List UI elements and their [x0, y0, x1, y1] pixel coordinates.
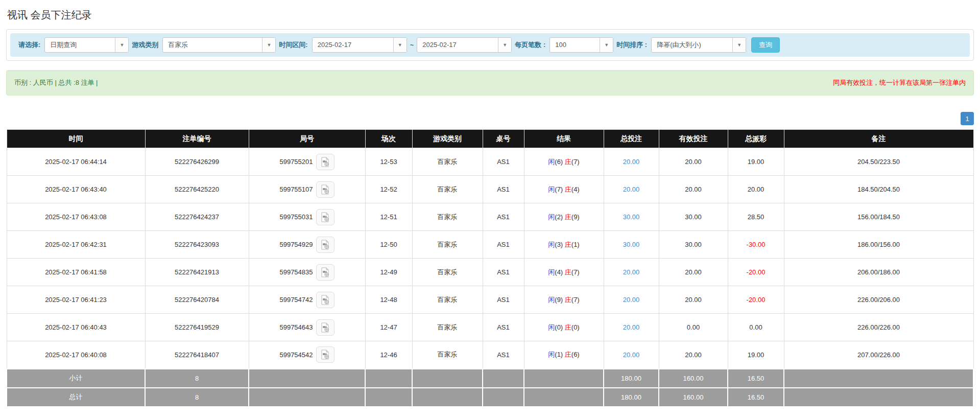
cell-remark: 207.00/226.00 [784, 341, 973, 369]
total-bet-link[interactable]: 20.00 [623, 296, 640, 304]
subtotal-empty-cell [483, 369, 524, 388]
column-header: 时间 [7, 130, 145, 148]
total-row: 总计8180.00160.0016.50 [7, 388, 973, 407]
total-bet-link[interactable]: 20.00 [623, 268, 640, 276]
cell-bet-id: 522276424237 [145, 203, 249, 231]
total-bet-link[interactable]: 30.00 [623, 213, 640, 221]
cell-payout: 20.00 [728, 176, 784, 203]
cell-table-no: AS1 [483, 231, 524, 259]
total-bet-link[interactable]: 20.00 [623, 323, 640, 331]
video-record-icon [320, 240, 331, 250]
round-number: 599754929 [279, 241, 313, 248]
cell-bet-id: 522276419529 [145, 314, 249, 341]
pagination: 1 [6, 112, 974, 125]
cell-session: 12-47 [365, 314, 412, 341]
video-playback-button[interactable] [316, 346, 334, 363]
page-size-dropdown[interactable]: 100 ▼ [549, 37, 613, 53]
cell-bet-id: 522276426299 [145, 148, 249, 176]
chevron-down-icon[interactable]: ▼ [393, 38, 407, 52]
page-size-value: 100 [550, 38, 600, 52]
cell-valid-bet: 0.00 [659, 314, 728, 341]
cell-valid-bet: 20.00 [659, 341, 728, 369]
cell-total-bet: 20.00 [604, 286, 659, 314]
game-type-dropdown[interactable]: 百家乐 ▼ [162, 37, 276, 53]
date-to-picker[interactable]: 2025-02-17 ▼ [417, 37, 512, 53]
total-empty-cell [365, 388, 412, 407]
table-body: 2025-02-17 06:44:14522276426299599755201… [7, 148, 973, 407]
cell-result: 闲(0) 庄(0) [524, 314, 604, 341]
round-number: 599755201 [279, 158, 313, 166]
chevron-down-icon[interactable]: ▼ [498, 38, 511, 52]
total-empty-cell [524, 388, 604, 407]
summary-bar: 币别 : 人民币 | 总共 :8 注单 | 同局有效投注，统一计算在该局第一张注… [6, 70, 974, 96]
cell-result: 闲(3) 庄(1) [524, 231, 604, 259]
cell-game-type: 百家乐 [412, 286, 483, 314]
cell-payout: -20.00 [728, 259, 784, 286]
chevron-down-icon[interactable]: ▼ [262, 38, 275, 52]
total-bet-link[interactable]: 20.00 [623, 185, 640, 193]
total-payout: 16.50 [728, 388, 784, 407]
cell-payout: 19.00 [728, 148, 784, 176]
chevron-down-icon[interactable]: ▼ [732, 38, 746, 52]
cell-session: 12-48 [365, 286, 412, 314]
cell-total-bet: 20.00 [604, 341, 659, 369]
cell-payout: 28.50 [728, 203, 784, 231]
total-bet-link[interactable]: 20.00 [623, 158, 640, 166]
subtotal-empty-cell [412, 369, 483, 388]
valid-bet-notice-text: 同局有效投注，统一计算在该局第一张注单内 [833, 78, 966, 87]
filter-panel: 请选择: 日期查询 ▼ 游戏类别 百家乐 ▼ 时间区间: 2025-02-17 … [6, 29, 974, 61]
total-label: 总计 [7, 388, 145, 407]
time-sort-label: 时间排序 : [616, 40, 647, 50]
cell-valid-bet: 30.00 [659, 231, 728, 259]
cell-round: 599754835 [249, 259, 365, 286]
column-header: 备注 [784, 130, 973, 148]
date-from-picker[interactable]: 2025-02-17 ▼ [312, 37, 407, 53]
cell-time: 2025-02-17 06:42:31 [7, 231, 145, 259]
video-playback-button[interactable] [316, 264, 334, 281]
cell-payout: -20.00 [728, 286, 784, 314]
round-number: 599755107 [279, 185, 313, 193]
video-playback-button[interactable] [316, 319, 334, 336]
cell-time: 2025-02-17 06:40:43 [7, 314, 145, 341]
video-playback-button[interactable] [316, 181, 334, 198]
video-playback-button[interactable] [316, 292, 334, 308]
total-empty-cell [249, 388, 365, 407]
cell-remark: 226.00/226.00 [784, 314, 973, 341]
round-number: 599755031 [279, 213, 313, 221]
cell-remark: 204.50/223.50 [784, 148, 973, 176]
column-header: 注单编号 [145, 130, 249, 148]
round-number: 599754643 [279, 323, 313, 331]
column-header: 桌号 [483, 130, 524, 148]
cell-bet-id: 522276425220 [145, 176, 249, 203]
column-header: 总投注 [604, 130, 659, 148]
video-playback-button[interactable] [316, 209, 334, 225]
total-bet-link[interactable]: 30.00 [623, 241, 640, 248]
chevron-down-icon[interactable]: ▼ [600, 38, 613, 52]
table-header-row: 时间注单编号局号场次游戏类别桌号结果总投注有效投注总派彩备注 [7, 130, 973, 148]
cell-remark: 226.00/206.00 [784, 286, 973, 314]
chevron-down-icon[interactable]: ▼ [115, 38, 128, 52]
cell-bet-id: 522276418407 [145, 341, 249, 369]
table-row: 2025-02-17 06:43:40522276425220599755107… [7, 176, 973, 203]
cell-round: 599754542 [249, 341, 365, 369]
search-button[interactable]: 查询 [751, 37, 780, 53]
cell-session: 12-49 [365, 259, 412, 286]
cell-total-bet: 20.00 [604, 176, 659, 203]
table-row: 2025-02-17 06:41:23522276420784599754742… [7, 286, 973, 314]
time-sort-dropdown[interactable]: 降幂(由大到小) ▼ [651, 37, 746, 53]
page-button-1[interactable]: 1 [961, 112, 974, 125]
round-number: 599754835 [279, 268, 313, 276]
cell-table-no: AS1 [483, 314, 524, 341]
column-header: 局号 [249, 130, 365, 148]
video-playback-button[interactable] [316, 154, 334, 170]
column-header: 总派彩 [728, 130, 784, 148]
total-bet-link[interactable]: 20.00 [623, 351, 640, 359]
cell-round: 599754643 [249, 314, 365, 341]
cell-game-type: 百家乐 [412, 259, 483, 286]
cell-valid-bet: 20.00 [659, 176, 728, 203]
cell-round: 599754929 [249, 231, 365, 259]
video-playback-button[interactable] [316, 237, 334, 253]
table-row: 2025-02-17 06:41:58522276421913599754835… [7, 259, 973, 286]
query-type-dropdown[interactable]: 日期查询 ▼ [44, 37, 129, 53]
cell-table-no: AS1 [483, 203, 524, 231]
